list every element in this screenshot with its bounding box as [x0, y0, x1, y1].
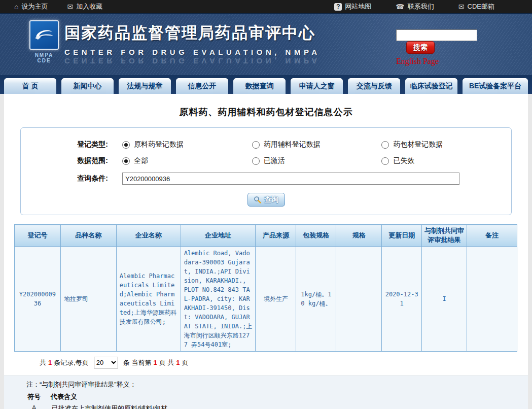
results-table: 登记号 品种名称 企业名称 企业地址 产品来源 包装规格 规格 更新日期 与制剂…: [14, 224, 517, 352]
site-search-input[interactable]: [396, 29, 477, 41]
nav-tab-applicant[interactable]: 申请人之窗: [291, 78, 343, 94]
pagination-text: 条记录,每页: [54, 358, 89, 367]
cde-mail-link[interactable]: ✉ CDE邮箱: [458, 2, 494, 11]
legend-meaning: 已批准在上市制剂使用的原料/辅料/包材。: [42, 404, 174, 409]
add-favorite-link[interactable]: ✉ 加入收藏: [67, 2, 102, 11]
pagination-text: 页 共: [159, 358, 174, 367]
radio-scope-all[interactable]: 全部: [122, 156, 252, 165]
col-registration-no: 登记号: [15, 225, 61, 247]
nav-tab-disclosure[interactable]: 信息公开: [176, 78, 228, 94]
cell-registration-no: Y20200000936: [15, 247, 61, 352]
registration-type-label: 登记类型:: [21, 140, 122, 149]
cde-logo[interactable]: NMPA CDE: [28, 20, 60, 63]
radio-icon[interactable]: [122, 157, 130, 165]
cell-joint-review-result: I: [422, 247, 467, 352]
radio-icon[interactable]: [252, 157, 260, 165]
legend-symbol: A: [26, 404, 42, 409]
col-joint-review-result: 与制剂共同审评审批结果: [422, 225, 467, 247]
pagination-text: 共: [40, 358, 46, 367]
cell-remarks: [467, 247, 517, 352]
cde-logo-mark: [29, 20, 59, 50]
cde-mail-label: CDE邮箱: [468, 2, 494, 11]
col-update-date: 更新日期: [382, 225, 422, 247]
legend-row-a: A 已批准在上市制剂使用的原料/辅料/包材。: [26, 404, 528, 409]
main-content: 原料药、药用辅料和药包材登记信息公示 登记类型: 原料药登记数据 药用辅料登记数…: [4, 94, 528, 409]
cell-packaging-spec: 1kg/桶。10 kg/桶。: [296, 247, 336, 352]
cell-variety-name: 地拉罗司: [60, 247, 116, 352]
radio-packaging-data[interactable]: 药包材登记数据: [381, 140, 511, 149]
legend-symbol-header: 符号: [26, 392, 42, 401]
radio-excipient-data[interactable]: 药用辅料登记数据: [252, 140, 382, 149]
radio-icon[interactable]: [122, 141, 130, 149]
nav-tab-regulations[interactable]: 法规与规章: [119, 78, 171, 94]
phone-icon: ☎: [396, 3, 404, 10]
query-form: 登记类型: 原料药登记数据 药用辅料登记数据 药包材登记数据 数据范围: 全部: [20, 127, 512, 215]
data-scope-label: 数据范围:: [21, 156, 122, 165]
radio-icon[interactable]: [381, 157, 389, 165]
nav-tab-home[interactable]: 首 页: [4, 78, 56, 94]
contact-us-label: 联系我们: [408, 2, 434, 11]
col-spec: 规格: [336, 225, 382, 247]
set-homepage-link[interactable]: ⌂ 设为主页: [14, 2, 48, 11]
site-subtitle-reflection: CENTER FOR DRUG EVALUATION, NMPA: [64, 57, 321, 65]
cell-company-name: Alembic Pharmaceuticals Limited;Alembic …: [116, 247, 181, 352]
pagination-text: 条 当前第: [123, 358, 152, 367]
site-search-button[interactable]: 搜索: [406, 41, 435, 54]
page-size-select[interactable]: 20: [94, 357, 118, 368]
add-favorite-label: 加入收藏: [76, 2, 102, 11]
nav-tab-feedback[interactable]: 交流与反馈: [348, 78, 400, 94]
radio-scope-activated-label: 已激活: [264, 156, 285, 165]
query-button-label: 查询: [264, 195, 278, 204]
table-row[interactable]: Y20200000936 地拉罗司 Alembic Pharmaceutical…: [15, 247, 517, 352]
legend-title: 注：“与制剂共同审评审批结果”释义：: [26, 380, 528, 389]
current-page-number: 1: [153, 359, 157, 366]
page-title: 原料药、药用辅料和药包材登记信息公示: [4, 94, 528, 118]
question-icon: ?: [334, 3, 342, 11]
radio-icon[interactable]: [252, 141, 260, 149]
swoosh-icon: [33, 26, 55, 44]
sitemap-link[interactable]: ? 网站地图: [334, 2, 371, 11]
radio-icon[interactable]: [381, 141, 389, 149]
cell-product-source: 境外生产: [256, 247, 296, 352]
nav-tab-clinical-trial[interactable]: 临床试验登记: [405, 78, 457, 94]
cell-company-address: Alembic Road, Vadodara-390003 Gujarat, I…: [181, 247, 256, 352]
logo-caption: NMPA CDE: [28, 52, 60, 63]
radio-scope-all-label: 全部: [134, 156, 148, 165]
mail-icon: ✉: [67, 3, 73, 10]
site-title: 国家药品监督管理局药品审评中心: [64, 22, 321, 44]
home-icon: ⌂: [14, 3, 18, 10]
radio-scope-expired[interactable]: 已失效: [381, 156, 511, 165]
col-remarks: 备注: [467, 225, 517, 247]
total-pages: 1: [176, 359, 180, 366]
nav-tab-be-platform[interactable]: BE试验备案平台: [463, 78, 528, 94]
query-condition-label: 查询条件:: [21, 174, 122, 183]
nav-tab-news[interactable]: 新闻中心: [61, 78, 114, 94]
english-page-link[interactable]: English Page: [396, 57, 439, 66]
col-packaging-spec: 包装规格: [296, 225, 336, 247]
radio-scope-expired-label: 已失效: [393, 156, 414, 165]
cell-spec: [336, 247, 382, 352]
query-button[interactable]: 查询: [247, 193, 285, 207]
legend-meaning-header: 代表含义: [51, 392, 77, 401]
site-subtitle: CENTER FOR DRUG EVALUATION, NMPA: [64, 48, 321, 56]
col-company-name: 企业名称: [116, 225, 181, 247]
pagination-text: 页: [182, 358, 189, 367]
col-product-source: 产品来源: [256, 225, 296, 247]
nav-tab-data-query[interactable]: 数据查询: [233, 78, 286, 94]
cell-update-date: 2020-12-31: [382, 247, 422, 352]
contact-us-link[interactable]: ☎ 联系我们: [396, 2, 434, 11]
radio-scope-activated[interactable]: 已激活: [252, 156, 382, 165]
site-banner: NMPA CDE 国家药品监督管理局药品审评中心 CENTER FOR DRUG…: [0, 14, 532, 75]
set-homepage-label: 设为主页: [21, 2, 48, 11]
envelope-icon: ✉: [458, 3, 465, 10]
col-variety-name: 品种名称: [60, 225, 116, 247]
radio-packaging-data-label: 药包材登记数据: [393, 140, 443, 149]
legend-note: 注：“与制剂共同审评审批结果”释义： 符号 代表含义 A 已批准在上市制剂使用的…: [4, 376, 528, 409]
main-nav: 首 页 新闻中心 法规与规章 信息公开 数据查询 申请人之窗 交流与反馈 临床试…: [0, 75, 532, 94]
pagination-bar: 共 1 条记录,每页 20 条 当前第 1 页 共 1 页: [40, 357, 528, 368]
table-header-row: 登记号 品种名称 企业名称 企业地址 产品来源 包装规格 规格 更新日期 与制剂…: [15, 225, 517, 247]
query-condition-input[interactable]: [122, 173, 459, 185]
magnifier-icon: [254, 196, 261, 203]
radio-api-data-label: 原料药登记数据: [134, 140, 184, 149]
radio-api-data[interactable]: 原料药登记数据: [122, 140, 252, 149]
